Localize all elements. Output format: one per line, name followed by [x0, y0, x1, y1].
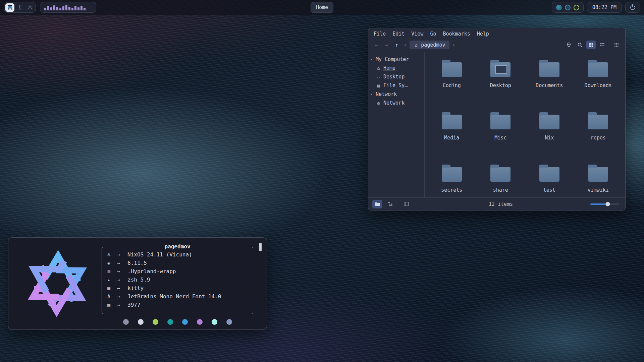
folder-icon [588, 62, 608, 77]
folder-icon [588, 115, 608, 129]
folder-item[interactable]: test [525, 164, 574, 197]
zoom-thumb[interactable] [605, 202, 610, 206]
search-icon [577, 42, 583, 48]
folder-icon [490, 167, 511, 182]
folder-item[interactable]: secrets [427, 164, 476, 197]
status-bar: 12 items [368, 197, 625, 210]
tray-icon-2[interactable] [565, 5, 571, 10]
arrow-icon: → [117, 293, 127, 300]
visualizer-bar [77, 7, 79, 10]
drive-icon [376, 83, 381, 88]
fetch-value: 3977 [127, 302, 141, 308]
terminal-window[interactable]: pagedmov ❄ → NixOS 24.11 (Vicuna) ◈ → 6.… [8, 237, 267, 330]
folder-label: test [543, 187, 555, 193]
visualizer-bar [47, 6, 49, 10]
sidebar-item-label: Home [383, 65, 395, 71]
menu-item[interactable]: Help [474, 30, 492, 38]
folder-label: Media [444, 135, 459, 141]
kernel-icon: ◈ [107, 260, 117, 266]
collapse-arrow-icon [370, 58, 374, 61]
fetch-line: ◈ → 6.11.5 [107, 259, 253, 267]
visualizer-bar [84, 8, 86, 10]
sidebar-section-label: My Computer [376, 56, 409, 62]
visualizer-bar [56, 7, 58, 10]
nixos-logo [21, 246, 94, 321]
folder-item[interactable]: Downloads [574, 60, 623, 112]
icon-view-button[interactable] [586, 41, 596, 49]
visualizer-bar [44, 8, 46, 10]
folder-label: secrets [441, 187, 462, 193]
breadcrumb-right-chevron-icon[interactable]: › [451, 42, 457, 48]
visualizer-bar [65, 5, 67, 10]
places-pane-button[interactable] [372, 200, 382, 208]
tray-icon-1[interactable] [556, 5, 562, 10]
folder-item[interactable]: Coding [427, 60, 476, 112]
location-button[interactable] [564, 41, 574, 49]
sidebar-item[interactable]: Desktop [368, 72, 424, 81]
folder-item[interactable]: vimwiki [574, 164, 623, 197]
folder-label: Nix [545, 135, 554, 141]
up-button[interactable]: ↑ [392, 42, 401, 48]
menu-item[interactable]: File [371, 30, 388, 38]
tree-pane-button[interactable] [385, 200, 395, 208]
split-pane-button[interactable] [401, 200, 411, 208]
fetch-value: JetBrains Mono Nerd Font 14.0 [127, 293, 221, 300]
folder-grid: Coding Desktop Documents Downloads Media… [425, 52, 625, 197]
tray-icon-3[interactable] [574, 5, 579, 10]
folder-item[interactable]: Media [427, 112, 476, 164]
search-button[interactable] [575, 41, 585, 49]
topbar-center: Home [311, 2, 333, 13]
folder-item[interactable]: Desktop [476, 60, 525, 112]
back-button[interactable]: ← [372, 42, 381, 48]
menu-item[interactable]: Bookmarks [440, 30, 473, 38]
forward-button[interactable]: → [382, 42, 391, 48]
grid-view-icon [589, 43, 594, 48]
zoom-fill [590, 203, 608, 205]
power-button[interactable] [625, 2, 640, 13]
sidebar-item[interactable]: Network [368, 99, 424, 107]
sidebar-section-header[interactable]: Network [368, 90, 424, 99]
folder-pane-icon [375, 202, 380, 206]
home-icon [414, 43, 419, 48]
font-icon: A [107, 294, 117, 300]
breadcrumb-path-button[interactable]: pagedmov [410, 41, 449, 49]
visualizer-bar [80, 6, 83, 10]
workspace-button[interactable]: 六 [25, 3, 35, 12]
zoom-slider[interactable] [590, 203, 619, 205]
folder-icon [442, 115, 462, 129]
sidebar-item[interactable]: File Sy… [368, 81, 424, 90]
folder-label: vimwiki [588, 187, 609, 193]
folder-label: repos [591, 135, 606, 141]
items-count: 12 items [414, 201, 588, 207]
app-grid-button[interactable] [612, 41, 621, 49]
folder-item[interactable]: share [476, 164, 525, 197]
palette-dot [197, 319, 203, 325]
visualizer-bar [71, 8, 73, 10]
app-grid-icon [614, 43, 619, 47]
home-button[interactable]: Home [311, 2, 333, 13]
sidebar-item[interactable]: Home [368, 64, 424, 72]
folder-icon [539, 115, 559, 129]
folder-item[interactable]: Nix [525, 112, 574, 164]
folder-icon [442, 167, 462, 182]
list-view-button[interactable] [597, 41, 607, 49]
arrow-icon: → [117, 302, 127, 308]
arrow-icon: → [117, 268, 127, 275]
folder-label: Downloads [585, 82, 612, 88]
workspace-button[interactable]: 四 [5, 3, 14, 12]
workspace-button[interactable]: 五 [15, 3, 24, 12]
sidebar-section-header[interactable]: My Computer [368, 55, 424, 64]
menu-item[interactable]: Go [427, 30, 439, 38]
menu-item[interactable]: Edit [390, 30, 407, 38]
breadcrumb-left-chevron-icon[interactable]: ‹ [402, 42, 408, 48]
arrow-icon: → [117, 277, 127, 283]
menu-item[interactable]: View [409, 30, 426, 38]
sidebar-section-label: Network [376, 91, 397, 97]
workspace-switcher[interactable]: 四五六 [4, 2, 36, 13]
folder-icon [490, 62, 511, 77]
wm-icon: ⊞ [107, 268, 117, 275]
folder-item[interactable]: repos [574, 112, 623, 164]
packages-icon: ▦ [107, 302, 117, 308]
folder-item[interactable]: Documents [525, 60, 574, 112]
folder-item[interactable]: Misc [476, 112, 525, 164]
